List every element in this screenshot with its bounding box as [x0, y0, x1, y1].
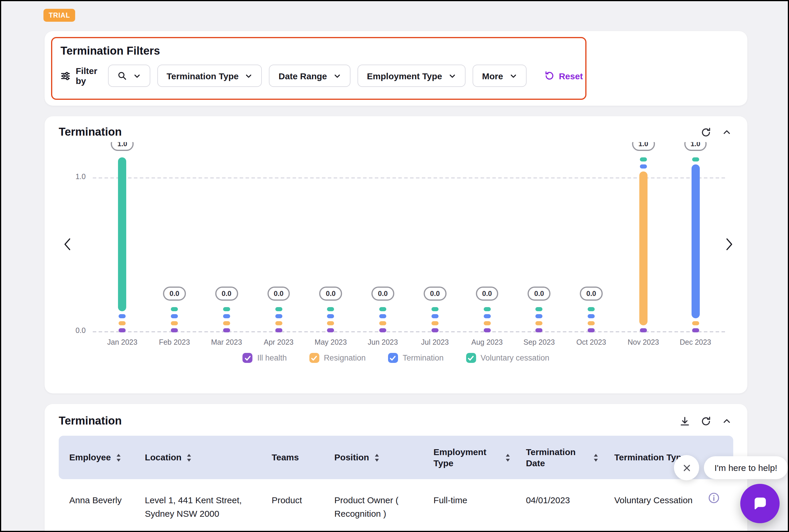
column-header-position[interactable]: Position: [324, 446, 423, 469]
legend-label: Resignation: [324, 354, 366, 362]
chevron-left-icon: [60, 235, 75, 253]
zero-marker-resignation: [483, 321, 490, 325]
column-header-label: Position: [334, 452, 369, 463]
column-header-termination-date[interactable]: Termination Date: [516, 440, 604, 475]
chart-legend: Ill healthResignationTerminationVoluntar…: [59, 352, 733, 363]
chevron-down-icon: [133, 72, 140, 80]
legend-label: Ill health: [257, 354, 287, 362]
zero-marker-termination: [536, 314, 543, 318]
filter-employment-type-dropdown[interactable]: Employment Type: [358, 64, 465, 87]
value-label: 0.0: [528, 287, 550, 301]
filter-dropdown-label: Date Range: [278, 71, 327, 81]
x-axis-label: Dec 2023: [680, 338, 711, 346]
legend-item-voluntary-cessation[interactable]: Voluntary cessation: [462, 352, 553, 363]
download-icon: [679, 415, 690, 426]
chart-prev-button[interactable]: [59, 234, 76, 255]
column-header-employment-type[interactable]: Employment Type: [423, 440, 516, 475]
x-axis-label: Apr 2023: [264, 338, 293, 346]
filter-by-text: Filter by: [76, 66, 97, 86]
chart-columns: 1.0Jan 20230.0Feb 20230.0Mar 20230.0Apr …: [96, 142, 721, 349]
chevron-down-icon: [448, 72, 456, 80]
filters-highlight-outline: Termination Filters Filter by Terminatio…: [51, 37, 586, 100]
value-label: 0.0: [267, 287, 290, 301]
termination-table: EmployeeLocationTeamsPositionEmployment …: [59, 436, 733, 531]
table-title: Termination: [59, 415, 122, 428]
chart-column-jan-2023: 1.0Jan 2023: [96, 142, 149, 349]
value-label: 0.0: [163, 287, 186, 301]
refresh-icon: [700, 415, 711, 426]
cell-position: Product Owner ( Recognition ): [324, 479, 423, 531]
row-info-button[interactable]: [708, 492, 720, 506]
zero-marker-termination: [119, 314, 126, 318]
sort-icon: [374, 453, 380, 462]
chart-collapse-button[interactable]: [720, 126, 733, 138]
sort-icon: [186, 453, 192, 462]
zero-marker-resignation: [223, 321, 230, 325]
value-label: 0.0: [424, 287, 446, 301]
chevron-up-icon: [721, 416, 732, 426]
zero-marker-termination: [223, 314, 230, 318]
zero-marker-termination: [275, 314, 282, 318]
reset-label: Reset: [559, 71, 583, 81]
filter-date-range-dropdown[interactable]: Date Range: [269, 64, 350, 87]
trial-badge: TRIAL: [43, 9, 75, 22]
reset-icon: [544, 71, 555, 81]
viewport: TRIAL Termination Filters Filter by Term…: [0, 0, 789, 532]
column-header-employee[interactable]: Employee: [59, 446, 134, 469]
x-axis-label: Aug 2023: [472, 338, 503, 346]
zero-marker-voluntary-cessation: [640, 157, 647, 162]
chart-next-button[interactable]: [720, 234, 733, 255]
column-header-location[interactable]: Location: [134, 446, 261, 469]
zero-marker-ill-health: [588, 328, 595, 332]
legend-item-ill-health[interactable]: Ill health: [239, 352, 291, 363]
zero-marker-ill-health: [223, 328, 230, 332]
reset-button[interactable]: Reset: [541, 70, 586, 82]
zero-marker-voluntary-cessation: [171, 307, 178, 311]
legend-item-termination[interactable]: Termination: [385, 352, 447, 363]
chat-close-button[interactable]: [674, 455, 699, 480]
close-icon: [681, 462, 692, 473]
table-download-button[interactable]: [678, 415, 691, 428]
cell-termination-date: 04/01/2023: [516, 479, 604, 518]
chart-refresh-button[interactable]: [699, 126, 712, 138]
filter-more-dropdown[interactable]: More: [473, 64, 526, 87]
sort-icon: [593, 453, 599, 462]
chart-column-jun-2023: 0.0Jun 2023: [357, 142, 409, 349]
zero-marker-termination: [431, 314, 439, 318]
zero-marker-voluntary-cessation: [379, 307, 386, 311]
cell-employment-type: Full-time: [423, 479, 516, 518]
zero-marker-ill-health: [171, 328, 178, 332]
table-collapse-button[interactable]: [720, 415, 733, 428]
zero-marker-ill-health: [640, 328, 647, 332]
table-body: Anna BeverlyLevel 1, 441 Kent Street, Sy…: [59, 479, 733, 531]
zero-marker-ill-health: [536, 328, 543, 332]
table-refresh-button[interactable]: [699, 415, 712, 428]
zero-marker-voluntary-cessation: [223, 307, 230, 311]
column-header-label: Employee: [69, 452, 111, 463]
table-header-row: EmployeeLocationTeamsPositionEmployment …: [59, 436, 733, 479]
chart-column-mar-2023: 0.0Mar 2023: [200, 142, 253, 349]
legend-checkbox-resignation: [309, 353, 319, 363]
filters-title: Termination Filters: [60, 45, 577, 58]
zero-marker-resignation: [536, 321, 543, 325]
chart-column-apr-2023: 0.0Apr 2023: [253, 142, 305, 349]
zero-marker-voluntary-cessation: [588, 307, 595, 311]
zero-marker-termination: [327, 314, 334, 318]
value-label: 0.0: [476, 287, 498, 301]
zero-marker-resignation: [692, 321, 699, 325]
filter-termination-type-dropdown[interactable]: Termination Type: [157, 64, 262, 87]
zero-marker-voluntary-cessation: [483, 307, 490, 311]
check-icon: [244, 354, 251, 361]
zero-marker-voluntary-cessation: [327, 307, 334, 311]
zero-marker-voluntary-cessation: [536, 307, 543, 311]
filter-search-dropdown[interactable]: [108, 64, 150, 87]
chevron-down-icon: [245, 72, 253, 80]
chart-title: Termination: [59, 126, 122, 138]
legend-item-resignation[interactable]: Resignation: [306, 352, 369, 363]
column-header-teams: Teams: [261, 446, 324, 469]
table-row: Anna BeverlyLevel 1, 441 Kent Street, Sy…: [59, 479, 733, 531]
legend-checkbox-ill-health: [243, 353, 253, 363]
chat-launcher-button[interactable]: [740, 484, 780, 523]
filter-buttons: Termination TypeDate RangeEmployment Typ…: [108, 64, 526, 87]
sort-icon: [505, 453, 511, 462]
